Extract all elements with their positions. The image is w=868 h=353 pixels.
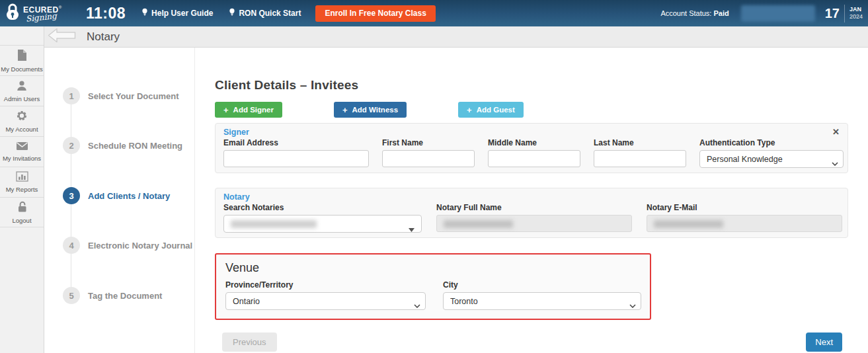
first-name-label: First Name: [382, 138, 475, 147]
enroll-free-notary-class-button[interactable]: Enroll In Free Notary Class: [315, 5, 435, 22]
bar-chart-icon: [16, 171, 28, 184]
wizard-step-select-your-document[interactable]: 1 Select Your Document: [63, 87, 179, 104]
plus-icon: +: [223, 105, 229, 115]
step-label: Add Clients / Notary: [88, 191, 170, 201]
step-number: 4: [63, 237, 80, 254]
middle-name-label: Middle Name: [488, 138, 580, 147]
sidebar-item-my-invitations[interactable]: My Invitations: [0, 136, 44, 167]
unlock-icon: [17, 201, 28, 216]
authentication-type-label: Authentication Type: [699, 138, 844, 147]
signer-card: Signer ✕ Email Address First Name: [215, 123, 848, 173]
next-button[interactable]: Next: [806, 333, 842, 352]
account-status: Account Status: Paid: [660, 9, 729, 17]
add-signer-button[interactable]: + Add Signer: [215, 102, 282, 118]
redacted-notary-name: [231, 220, 317, 228]
clock: 11:08: [86, 5, 126, 22]
notary-email-label: Notary E-Mail: [647, 203, 842, 212]
main-content: Client Details – Invitees + Add Signer +…: [195, 48, 868, 353]
sidebar-item-my-reports[interactable]: My Reports: [0, 167, 44, 197]
step-number: 2: [63, 137, 80, 154]
document-icon: [17, 49, 28, 64]
add-signer-label: Add Signer: [233, 106, 274, 114]
notary-email-input-disabled: [647, 215, 842, 232]
brand-text: ECURED® Signing: [23, 4, 61, 21]
padlock-logo-icon: [4, 2, 21, 24]
gear-icon: [16, 110, 28, 124]
date-divider: [844, 5, 845, 22]
footer-navigation: Previous Next: [215, 333, 848, 352]
sidebar-item-my-account[interactable]: My Account: [0, 106, 44, 136]
notary-card-title: Notary: [223, 192, 840, 202]
redacted-user-badge[interactable]: [741, 5, 815, 22]
wizard-step-add-clients-notary[interactable]: 3 Add Clients / Notary: [63, 187, 170, 204]
redacted-notary-email: [654, 220, 723, 228]
sidebar-item-label: My Reports: [6, 186, 38, 193]
add-witness-button[interactable]: + Add Witness: [334, 102, 407, 118]
authentication-type-select[interactable]: Personal Knowledge: [699, 150, 844, 168]
registered-mark: ®: [59, 5, 61, 9]
step-label: Schedule RON Meeting: [88, 141, 182, 151]
step-label: Select Your Document: [88, 91, 179, 101]
notary-full-name-input-disabled: [436, 215, 632, 232]
city-select[interactable]: Toronto: [443, 292, 641, 310]
add-witness-label: Add Witness: [352, 106, 399, 114]
ron-quick-start-link[interactable]: RON Quick Start: [229, 8, 301, 19]
notary-card: Notary Search Notaries: [215, 188, 848, 238]
envelope-icon: [16, 141, 28, 153]
sidebar-item-label: Admin Users: [4, 95, 40, 102]
sidebar-item-label: My Account: [5, 126, 38, 133]
page-header: Notary: [44, 26, 868, 48]
step-number: 3: [63, 187, 80, 204]
sidebar-item-label: Logout: [12, 217, 31, 224]
wizard-step-tag-the-document[interactable]: 5 Tag the Document: [63, 287, 162, 304]
date-month: JAN: [849, 6, 863, 13]
date-day: 17: [825, 6, 840, 21]
sidebar-spacer: [0, 26, 44, 45]
venue-title: Venue: [225, 260, 641, 276]
middle-name-input[interactable]: [488, 150, 580, 167]
step-wizard: 1 Select Your Document 2 Schedule RON Me…: [44, 48, 195, 353]
section-heading: Client Details – Invitees: [215, 78, 848, 93]
app-root: ECURED® Signing 11:08 Help User Guide: [0, 0, 868, 353]
date-display: 17 JAN 2024: [825, 5, 863, 22]
step-label: Tag the Document: [88, 291, 162, 301]
step-label: Electronic Notary Journal: [88, 241, 192, 251]
city-label: City: [443, 280, 641, 290]
brand-logo[interactable]: ECURED® Signing: [4, 2, 82, 24]
email-address-input[interactable]: [223, 150, 369, 167]
top-bar: ECURED® Signing 11:08 Help User Guide: [0, 0, 868, 26]
plus-icon: +: [467, 105, 472, 115]
sidebar-item-admin-users[interactable]: Admin Users: [0, 75, 44, 106]
back-arrow-button[interactable]: [48, 28, 76, 46]
account-status-value: Paid: [713, 9, 729, 17]
plus-icon: +: [342, 105, 348, 115]
search-notaries-label: Search Notaries: [223, 203, 422, 212]
last-name-label: Last Name: [594, 138, 686, 147]
province-territory-select[interactable]: Ontario: [225, 292, 426, 310]
date-year: 2024: [849, 13, 863, 20]
sidebar: My Documents Admin Users: [0, 26, 44, 353]
first-name-input[interactable]: [382, 150, 475, 167]
redacted-notary-full-name: [444, 220, 513, 228]
step-number: 5: [63, 287, 80, 304]
lightbulb-icon: [141, 8, 148, 19]
last-name-input[interactable]: [594, 150, 686, 167]
add-guest-button[interactable]: + Add Guest: [458, 102, 524, 118]
wizard-step-schedule-ron-meeting[interactable]: 2 Schedule RON Meeting: [63, 137, 182, 154]
add-guest-label: Add Guest: [477, 106, 515, 114]
help-user-guide-link[interactable]: Help User Guide: [141, 8, 213, 19]
sidebar-item-label: My Documents: [1, 65, 42, 73]
close-icon[interactable]: ✕: [832, 128, 840, 136]
sidebar-item-logout[interactable]: Logout: [0, 197, 44, 227]
ron-quick-start-label: RON Quick Start: [239, 9, 301, 18]
venue-section-highlighted: Venue Province/Territory Ontario: [215, 253, 651, 320]
province-territory-label: Province/Territory: [225, 280, 426, 290]
caret-down-icon: [409, 223, 414, 235]
search-notaries-select[interactable]: [223, 215, 422, 233]
wizard-step-electronic-notary-journal[interactable]: 4 Electronic Notary Journal: [63, 237, 192, 254]
previous-button[interactable]: Previous: [222, 333, 277, 352]
help-user-guide-label: Help User Guide: [151, 9, 213, 18]
sidebar-item-my-documents[interactable]: My Documents: [0, 45, 44, 75]
signer-card-title: Signer: [223, 128, 840, 137]
step-number: 1: [63, 87, 80, 104]
